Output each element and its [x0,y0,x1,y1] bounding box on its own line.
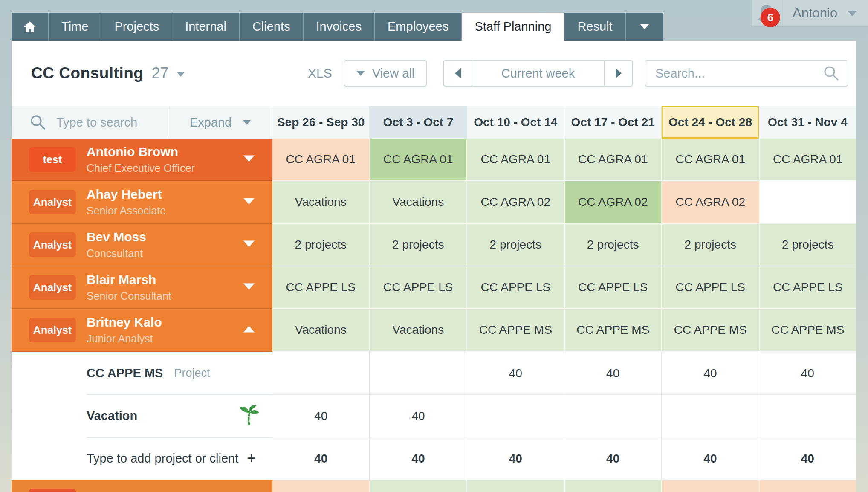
planning-cell[interactable]: CC APPE MS [760,309,856,352]
employee-cell[interactable]: AnalystBlair MarshSenior Consultant [12,266,272,309]
expand-row-button[interactable] [243,326,255,334]
nav-tab-projects[interactable]: Projects [101,13,172,41]
employee-search-input[interactable] [55,115,158,130]
hours-cell[interactable] [662,394,759,437]
nav-tab-result[interactable]: Result [564,13,625,41]
planning-cell[interactable]: Vacations [272,309,370,352]
planning-cell[interactable]: CC APPE LS [467,266,565,309]
hours-cell[interactable]: 40 [759,352,856,394]
nav-tab-time[interactable]: Time [49,13,101,41]
hours-cell[interactable]: 40 [662,352,759,394]
hours-cell[interactable]: 40 [564,352,662,394]
expand-row-button[interactable] [243,241,255,249]
chevron-down-icon [243,284,255,290]
subrow-name-cell[interactable]: Vacation [12,394,272,437]
subrow-name-cell[interactable]: CC APPE MSProject [12,352,272,394]
week-column-header-5[interactable]: Oct 24 - Oct 28 [662,106,759,139]
nav-tab-clients[interactable]: Clients [240,13,304,41]
planning-cell[interactable]: CC AGRA 01 [565,139,663,181]
employee-cell[interactable]: testAntonio BrownChief Executive Officer [12,139,272,181]
planning-cell[interactable] [565,480,663,492]
planning-cell[interactable]: CC APPE LS [760,266,856,309]
planning-cell[interactable] [662,480,760,492]
hours-cell[interactable]: 40 [272,437,370,480]
hours-cell[interactable]: 40 [370,394,467,437]
planning-cell[interactable]: CC AGRA 02 [565,181,663,224]
notifications-button[interactable]: 6 [752,0,781,26]
hours-cell[interactable]: 40 [662,437,759,480]
planning-cell[interactable]: 2 projects [760,224,856,266]
nav-tab-invoices[interactable]: Invoices [304,13,375,41]
planning-cell[interactable]: 2 projects [467,224,565,266]
hours-cell[interactable]: 40 [467,352,564,394]
hours-cell[interactable]: 40 [467,437,564,480]
nav-tab-internal[interactable]: Internal [172,13,240,41]
planning-cell[interactable]: 2 projects [662,224,760,266]
planning-cell[interactable]: 2 projects [565,224,663,266]
planning-cell[interactable]: CC APPE MS [565,309,663,352]
week-column-header-2[interactable]: Oct 3 - Oct 7 [370,106,467,139]
hours-cell[interactable]: 40 [759,437,856,480]
planning-cell[interactable]: Vacations [370,181,468,224]
planning-cell[interactable]: CC APPE MS [662,309,760,352]
employee-cell[interactable]: AnalystBritney KaloJunior Analyst [12,309,272,352]
planning-cell[interactable]: CC APPE LS [272,266,370,309]
planning-cell[interactable]: CC APPE MS [467,309,565,352]
planning-cell[interactable]: CC AGRA 01 [272,139,370,181]
view-all-dropdown[interactable]: View all [344,60,427,87]
planning-cell[interactable] [467,480,565,492]
hours-cell[interactable] [370,352,467,394]
week-column-header-6[interactable]: Oct 31 - Nov 4 [759,106,856,139]
hours-cell[interactable]: 40 [370,437,467,480]
planning-cell[interactable]: CC AGRA 02 [467,181,565,224]
planning-cell[interactable]: CC APPE LS [565,266,663,309]
xls-export-button[interactable]: XLS [308,41,332,106]
planning-cell[interactable] [272,480,370,492]
plus-icon[interactable]: + [247,449,256,467]
hours-cell[interactable] [564,394,662,437]
employee-search[interactable] [12,106,168,139]
planning-cell[interactable]: 2 projects [272,224,370,266]
week-column-header-4[interactable]: Oct 17 - Oct 21 [564,106,662,139]
expand-dropdown[interactable]: Expand [168,106,272,139]
planning-cell[interactable]: CC AGRA 01 [662,139,760,181]
nav-more-tab[interactable] [626,13,663,41]
expand-row-button[interactable] [243,156,255,164]
company-selector[interactable]: CC Consulting 27 [31,41,185,106]
current-week-button[interactable]: Current week [472,61,604,86]
planning-cell[interactable]: CC APPE LS [662,266,760,309]
global-search [645,60,848,87]
next-week-button[interactable] [604,61,632,86]
user-menu[interactable]: Antonio [781,0,868,26]
nav-tab-home[interactable] [12,13,49,41]
hours-cell[interactable] [272,352,370,394]
planning-cell[interactable] [760,480,856,492]
hours-cell[interactable] [467,394,564,437]
nav-tab-employees[interactable]: Employees [375,13,462,41]
employee-cell[interactable]: Ryan Cooper [12,480,272,492]
hours-cell[interactable]: 40 [272,394,370,437]
planning-cell[interactable]: 2 projects [370,224,468,266]
expand-row-button[interactable] [243,284,255,292]
nav-tab-staff-planning[interactable]: Staff Planning [462,13,564,41]
week-column-header-1[interactable]: Sep 26 - Sep 30 [272,106,370,139]
planning-cell[interactable]: CC APPE LS [370,266,468,309]
employee-cell[interactable]: AnalystBev MossConcsultant [12,224,272,266]
global-search-input[interactable] [645,67,823,81]
hours-cell[interactable] [759,394,856,437]
planning-cell[interactable] [760,181,856,224]
hours-cell[interactable]: 40 [564,437,662,480]
add-project-row[interactable]: Type to add project or client+ [12,437,272,480]
employee-cell[interactable]: AnalystAhay HebertSenior Associate [12,181,272,224]
previous-week-button[interactable] [444,61,472,86]
planning-cell[interactable]: Vacations [272,181,370,224]
planning-cell[interactable]: CC AGRA 01 [467,139,565,181]
planning-cell[interactable]: Vacations [370,309,468,352]
planning-cell[interactable]: CC AGRA 01 [760,139,856,181]
week-column-header-3[interactable]: Oct 10 - Oct 14 [467,106,564,139]
planning-cell[interactable]: CC AGRA 02 [662,181,760,224]
planning-cell[interactable] [370,480,468,492]
expand-row-button[interactable] [243,198,255,206]
planning-cell[interactable]: CC AGRA 01 [370,139,468,181]
chevron-down-icon [243,120,251,125]
